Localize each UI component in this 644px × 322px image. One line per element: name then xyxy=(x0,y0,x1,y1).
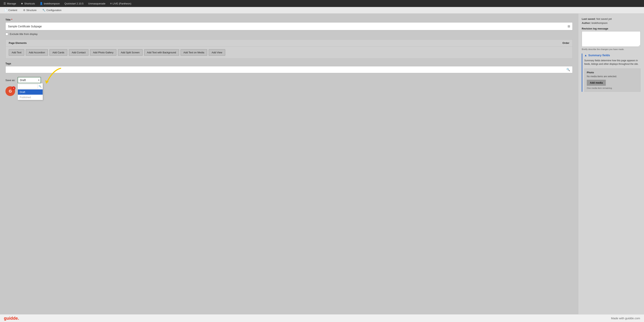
add-media-button[interactable]: Add media xyxy=(587,80,606,86)
nav-structure[interactable]: ⚙ Structure xyxy=(20,8,40,12)
main-layout: Title * ⊞ Exclude title from display Pag… xyxy=(0,14,644,314)
summary-description: Summary fields determine how this page a… xyxy=(584,59,640,66)
add-accordion-button[interactable]: Add Accordion xyxy=(26,49,48,56)
made-with-label: Made with guidde.com xyxy=(611,316,640,320)
summary-title[interactable]: ▲ Summary fields xyxy=(584,54,640,57)
add-buttons-area: Add Text Add Accordion Add Cards Add Con… xyxy=(6,46,572,58)
nav-unmasquerade-label: Unmasquerade xyxy=(88,2,106,5)
nav-configuration[interactable]: 🔧 Configuration xyxy=(40,8,64,12)
add-photo-gallery-button[interactable]: Add Photo Gallery xyxy=(90,49,116,56)
nav-manage-label: Manage xyxy=(7,2,16,5)
nav-content-label: Content xyxy=(8,9,17,12)
required-marker: * xyxy=(11,18,12,21)
page-elements-table: Page Elements Order Add Text Add Accordi… xyxy=(6,40,572,58)
dropdown-search-wrap: 🔍 xyxy=(18,84,43,90)
svg-marker-0 xyxy=(45,80,49,84)
nav-manage[interactable]: ☰ Manage xyxy=(2,1,18,6)
revision-label: Revision log message xyxy=(582,27,640,30)
save-as-row: Save as: Draft Published ▾ 🔍 Draft Publi… xyxy=(6,77,572,83)
bottom-bar: guidde. Made with guidde.com xyxy=(0,314,644,322)
menu-icon: ☰ xyxy=(4,2,6,5)
chevron-up-icon: ▲ xyxy=(584,54,587,57)
right-sidebar: Last saved: Not saved yet Author: brekth… xyxy=(578,14,644,314)
structure-icon: ⚙ xyxy=(23,9,26,12)
last-saved-label: Last saved: xyxy=(582,18,596,20)
search-icon: 🔍 xyxy=(566,68,570,72)
page-elements-header: Page Elements Order xyxy=(6,40,572,46)
dropdown-search-icon: 🔍 xyxy=(38,85,42,88)
guidde-logo: guidde. xyxy=(4,316,19,321)
summary-title-text: Summary fields xyxy=(588,54,610,57)
nav-structure-label: Structure xyxy=(26,9,37,12)
photo-card-title: Photo xyxy=(587,71,638,74)
author-info: Author: brekthompson xyxy=(582,22,640,24)
col-order-header: Order xyxy=(554,42,569,44)
author-label: Author: xyxy=(582,22,591,24)
title-label-text: Title xyxy=(6,18,11,21)
nav-user-label: brekthompson xyxy=(44,2,60,5)
summary-section: ▲ Summary fields Summary fields determin… xyxy=(582,54,640,92)
col-elements-header: Page Elements xyxy=(9,42,554,44)
avatar-area: G 4 xyxy=(6,86,16,96)
revision-textarea[interactable] xyxy=(582,31,640,47)
add-text-on-media-button[interactable]: Add Text on Media xyxy=(180,49,207,56)
list-icon: ≡ xyxy=(110,2,112,5)
save-as-select[interactable]: Draft Published xyxy=(18,77,41,83)
star-icon: ★ xyxy=(21,2,23,5)
nav-live-label: LIVE (Pantheon) xyxy=(113,2,131,5)
tags-label: Tags xyxy=(6,62,572,65)
nav-content[interactable]: 📄 Content xyxy=(2,8,20,12)
tags-input[interactable] xyxy=(8,68,566,71)
last-saved-value: Not saved yet xyxy=(596,18,612,20)
content-area: Title * ⊞ Exclude title from display Pag… xyxy=(0,14,578,314)
nav-shortcuts[interactable]: ★ Shortcuts xyxy=(19,1,37,6)
avatar-badge: 4 xyxy=(12,86,16,90)
nav-live[interactable]: ≡ LIVE (Pantheon) xyxy=(108,1,133,6)
author-value: brekthompson xyxy=(592,22,608,24)
save-as-dropdown: 🔍 Draft Published xyxy=(18,83,43,100)
add-text-with-background-button[interactable]: Add Text with Background xyxy=(144,49,179,56)
config-icon: 🔧 xyxy=(42,9,46,12)
nav-user[interactable]: 👤 brekthompson xyxy=(38,1,62,6)
dropdown-item-published[interactable]: Published xyxy=(18,95,43,100)
exclude-title-checkbox[interactable] xyxy=(6,33,8,36)
nav-shortcuts-label: Shortcuts xyxy=(24,2,35,5)
nav-unmasquerade[interactable]: Unmasquerade xyxy=(86,1,108,6)
title-input-wrap: ⊞ xyxy=(6,22,572,30)
second-navigation: 📄 Content ⚙ Structure 🔧 Configuration xyxy=(0,7,644,14)
exclude-title-label: Exclude title from display xyxy=(10,32,38,36)
last-saved-info: Last saved: Not saved yet xyxy=(582,18,640,20)
revision-hint: Briefly describe the changes you have ma… xyxy=(582,48,640,50)
dropdown-item-draft[interactable]: Draft xyxy=(18,90,43,95)
add-split-screen-button[interactable]: Add Split Screen xyxy=(118,49,142,56)
dropdown-search-input[interactable] xyxy=(19,84,38,88)
user-icon: 👤 xyxy=(40,2,43,5)
add-cards-button[interactable]: Add Cards xyxy=(50,49,67,56)
content-icon: 📄 xyxy=(4,9,7,12)
expand-icon[interactable]: ⊞ xyxy=(568,24,570,28)
title-input[interactable] xyxy=(8,25,566,28)
photo-card: Photo No media items are selected. Add m… xyxy=(584,68,640,92)
top-navigation: ☰ Manage ★ Shortcuts 👤 brekthompson Quic… xyxy=(0,0,644,7)
save-as-label: Save as: xyxy=(6,79,15,82)
nav-quickstart-label: Quickstart 2.10.5 xyxy=(64,2,84,5)
title-label: Title * xyxy=(6,18,572,21)
add-text-button[interactable]: Add Text xyxy=(9,49,24,56)
save-as-select-wrap: Draft Published ▾ 🔍 Draft Published xyxy=(18,77,41,83)
exclude-title-row: Exclude title from display xyxy=(6,32,572,36)
add-view-button[interactable]: Add View xyxy=(209,49,225,56)
add-contact-button[interactable]: Add Contact xyxy=(69,49,89,56)
nav-quickstart[interactable]: Quickstart 2.10.5 xyxy=(62,1,85,6)
nav-configuration-label: Configuration xyxy=(46,9,61,12)
tags-input-wrap: 🔍 xyxy=(6,66,572,73)
photo-card-desc: No media items are selected. xyxy=(587,75,638,78)
media-hint: One media item remaining. xyxy=(587,87,638,89)
